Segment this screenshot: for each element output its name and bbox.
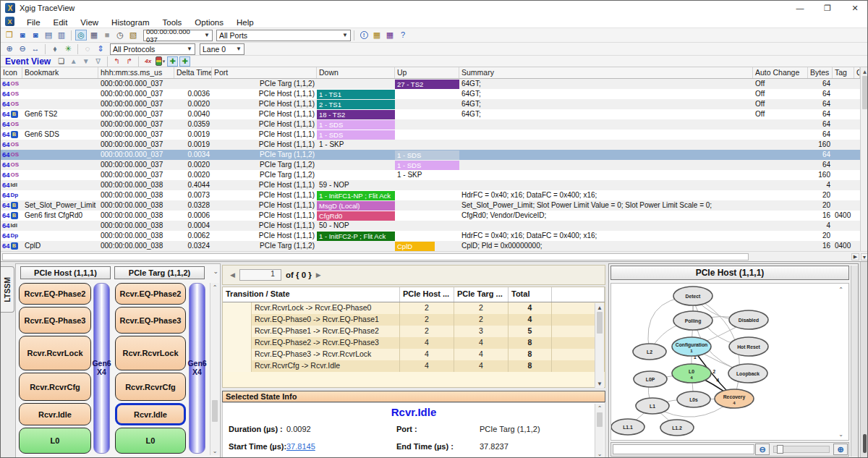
scrollbar-thumb[interactable] (862, 76, 867, 109)
zoom-in-icon[interactable]: ⊕ (4, 43, 15, 54)
menu-item-file[interactable]: File (20, 18, 47, 27)
select-region-icon[interactable]: ❏ (56, 56, 67, 67)
table-row[interactable]: 64OS000:00:00.000_037PCIe Targ (1,1,2)27… (1, 79, 860, 89)
ltssm-state-rcvr-rcvrlock[interactable]: Rcvr.RcvrLock (19, 336, 91, 370)
ltssm-state-rcvr-rcvrlock[interactable]: Rcvr.RcvrLock (115, 336, 186, 370)
scroll-down-icon[interactable]: ▼ (595, 379, 604, 388)
traffic-light-icon[interactable]: ▾ (155, 56, 166, 67)
collapsed-panel-strip[interactable] (851, 266, 858, 457)
table-row[interactable]: 64OS000:00:00.000_0370.0036PCIe Host (1,… (1, 89, 860, 99)
timer-view-icon[interactable]: ◷ (114, 30, 126, 41)
state-node-polling[interactable]: Polling (673, 311, 712, 330)
marker-icon[interactable]: ✳ (62, 43, 74, 54)
export-trace-icon[interactable]: ◙ (30, 30, 41, 41)
state-node-l1_1[interactable]: L1.1 (611, 419, 644, 435)
transition-row[interactable]: Rcvr.EQ-Phase1 -> Rcvr.EQ-Phase2235 (223, 326, 605, 337)
scroll-down-icon[interactable]: ▼ (861, 253, 868, 260)
transition-row[interactable]: Rcvr.EQ-Phase3 -> Rcvr.RcvrLock448 (223, 349, 605, 360)
scroll-up-icon[interactable]: ⌃ (595, 404, 604, 412)
chart-view-icon[interactable]: ▧ (127, 30, 139, 41)
ltssm-state-rcvr-idle[interactable]: Rcvr.Idle (19, 403, 91, 425)
ltssm-state-l0[interactable]: L0 (115, 428, 186, 454)
transition-column-3[interactable]: Total (509, 287, 552, 302)
prev-event-icon[interactable]: ▲ (68, 56, 79, 67)
zoom-fit-icon[interactable]: ↔ (30, 43, 41, 54)
chevron-down-icon[interactable]: ⌄ (213, 268, 218, 275)
bookmark-tag-icon[interactable]: ⬧ (49, 43, 61, 54)
menu-item-edit[interactable]: Edit (47, 18, 75, 27)
time-combo[interactable]: 000:00:00.000 037▼ (143, 30, 213, 41)
table-row[interactable]: 64Dp000:00:00.000_0380.0073PCIe Host (1,… (1, 190, 860, 200)
zoom-slider[interactable] (773, 446, 830, 453)
expert-view-icon[interactable]: ◎ (75, 30, 87, 41)
state-info-scrollbar[interactable]: ⌃ ⌄ (595, 404, 604, 458)
scrollbar-thumb[interactable] (597, 312, 603, 334)
expand-all-icon[interactable]: ✚ (179, 56, 190, 67)
state-node-hot_reset[interactable]: Hot Reset (729, 337, 768, 356)
state-node-l1_2[interactable]: L1.2 (660, 420, 694, 436)
ltssm-scrollbar[interactable]: ⌃⌄ (210, 283, 219, 455)
table-row[interactable]: 64OS000:00:00.000_0370.0034PCIe Targ (1,… (1, 150, 860, 160)
transition-row[interactable]: Rcvr.EQ-Phase0 -> Rcvr.EQ-Phase1224 (223, 314, 605, 326)
state-node-configuration[interactable]: Configuration1 (672, 337, 711, 356)
lane-combo[interactable]: Lane 0▼ (200, 43, 244, 55)
protocols-combo[interactable]: All Protocols▼ (110, 43, 195, 55)
state-node-l0s[interactable]: L0s (677, 391, 710, 407)
report-view-icon[interactable]: ■ (101, 30, 113, 41)
menu-item-help[interactable]: Help (230, 18, 260, 27)
ltssm-state-rcvr-idle[interactable]: Rcvr.Idle (115, 403, 186, 425)
grid-view-icon[interactable]: ▦ (88, 30, 100, 41)
table-row[interactable]: 64OS000:00:00.000_0370.0020PCIe Targ (1,… (1, 170, 860, 180)
column-header-delta-time[interactable]: Delta Time (174, 67, 212, 78)
column-header-tag[interactable]: Tag (833, 67, 854, 78)
state-node-loopback[interactable]: Loopback (728, 364, 767, 383)
column-header-bookmark[interactable]: Bookmark (22, 67, 98, 78)
prev-error-icon[interactable]: ↰ (111, 56, 122, 67)
transition-column-1[interactable]: PCIe Host ... (400, 287, 454, 302)
ltssm-state-rcvr-eq-phase2[interactable]: Rcvr.EQ-Phase2 (115, 283, 186, 305)
ltssm-state-rcvr-rcvrcfg[interactable]: Rcvr.RcvrCfg (19, 373, 91, 401)
table-row[interactable]: 64BCplD000:00:00.000_0380.0324PCIe Targ … (1, 241, 860, 251)
open-trace-icon[interactable]: ❒ (4, 30, 15, 41)
import-trace-icon[interactable]: ◙ (17, 30, 28, 41)
scroll-up-icon[interactable]: ⌃ (210, 283, 219, 292)
table-row[interactable]: 64OS000:00:00.000_0370.0020PCIe Host (1,… (1, 99, 860, 109)
table-row[interactable]: 64OS000:00:00.000_0370.0019PCIe Host (1,… (1, 140, 860, 150)
column-header-icon[interactable]: Icon (1, 67, 22, 78)
column-header-summary[interactable]: Summary (459, 67, 753, 78)
scroll-down-icon[interactable]: ⌄ (836, 430, 846, 438)
zoom-out-icon[interactable]: ⊖ (17, 43, 28, 54)
state-node-l1[interactable]: L1 (636, 398, 669, 414)
table-row[interactable]: 64Idl000:00:00.000_0380.4044PCIe Host (1… (1, 180, 860, 190)
zoom-out-button[interactable]: ⊖ (755, 444, 770, 455)
scrollbar-thumb[interactable] (212, 400, 218, 422)
scroll-right-icon[interactable]: ▶ (851, 253, 859, 260)
ltssm-state-rcvr-rcvrcfg[interactable]: Rcvr.RcvrCfg (115, 373, 186, 401)
state-node-l2[interactable]: L2 (633, 344, 666, 360)
info-icon[interactable]: ! (358, 30, 370, 41)
ports-combo[interactable]: All Ports▼ (216, 30, 351, 41)
start-time-link[interactable]: 37.8145 (286, 442, 315, 451)
column-header-port[interactable]: Port (212, 67, 317, 78)
transition-column-0[interactable]: Transition / State (223, 287, 400, 302)
ltssm-port-header[interactable]: PCIe Targ (1,1,2) (114, 266, 205, 279)
hscrollbar-thumb[interactable] (2, 253, 749, 260)
table-row[interactable]: 64BGen6 SDS000:00:00.000_0370.0019PCIe H… (1, 130, 860, 140)
scrollbar-thumb[interactable] (597, 412, 603, 427)
column-header-hhh-mm-ss-ms-us[interactable]: hhh:mm:ss.ms_us (98, 67, 174, 78)
column-header-qu[interactable]: Qu (854, 67, 860, 78)
event-table-hscrollbar[interactable]: ▶ ▼ (1, 251, 868, 261)
ltssm-state-rcvr-eq-phase3[interactable]: Rcvr.EQ-Phase3 (19, 307, 91, 334)
transition-table-scrollbar[interactable]: ▲ ▼ (595, 303, 604, 388)
menu-item-options[interactable]: Options (188, 18, 230, 27)
goto-event-icon[interactable]: 4x (142, 56, 153, 67)
save-all-icon[interactable]: ▥ (56, 30, 67, 41)
help-icon[interactable]: ? (397, 30, 409, 41)
ltssm-state-l0[interactable]: L0 (19, 428, 91, 454)
state-node-l0[interactable]: L04 (672, 364, 711, 383)
transition-row[interactable]: Rcvr.RcvrCfg -> Rcvr.Idle448 (223, 360, 605, 372)
column-header-up[interactable]: Up (395, 67, 459, 78)
state-node-recovery[interactable]: Recovery4 (715, 389, 754, 408)
state-node-detect[interactable]: Detect (673, 287, 712, 305)
scroll-down-icon[interactable]: ⌄ (595, 449, 604, 458)
